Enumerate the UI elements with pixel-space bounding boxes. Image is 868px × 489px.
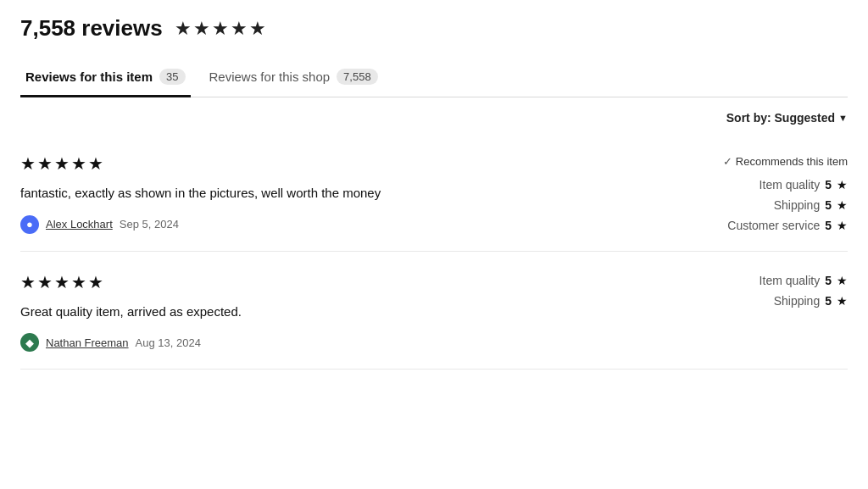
rating-shipping-1: Shipping 5 ★ bbox=[774, 198, 848, 212]
review-star-1-4: ★ bbox=[71, 153, 86, 174]
review-star-2-3: ★ bbox=[54, 272, 70, 292]
reviews-list: ★ ★ ★ ★ ★ fantastic, exactly as shown in… bbox=[20, 133, 848, 370]
rating-item-quality-1: Item quality 5 ★ bbox=[760, 178, 848, 192]
rating-value-shipping-1: 5 bbox=[825, 198, 832, 212]
rating-value-customer-service-1: 5 bbox=[825, 219, 832, 232]
tab-shop-reviews[interactable]: Reviews for this shop 7,558 bbox=[204, 60, 383, 97]
recommends-label-1: ✓ Recommends this item bbox=[723, 155, 848, 168]
rating-star-item-quality-2: ★ bbox=[837, 274, 848, 287]
sort-row: Sort by: Suggested ▼ bbox=[20, 97, 848, 133]
rating-star-shipping-1: ★ bbox=[837, 198, 848, 212]
user-icon-2: ◆ bbox=[25, 336, 34, 349]
rating-value-item-quality-1: 5 bbox=[825, 178, 832, 192]
header-row: 7,558 reviews ★ ★ ★ ★ ★ bbox=[20, 15, 848, 42]
review-text-2: Great quality item, arrived as expected. bbox=[20, 303, 593, 322]
rating-label-item-quality-2: Item quality bbox=[760, 274, 821, 287]
rating-star-customer-service-1: ★ bbox=[837, 219, 848, 232]
rating-label-shipping-1: Shipping bbox=[774, 198, 821, 212]
header-star-4: ★ bbox=[231, 18, 248, 40]
tab-item-reviews[interactable]: Reviews for this item 35 bbox=[20, 60, 191, 97]
page-container: 7,558 reviews ★ ★ ★ ★ ★ Reviews for this… bbox=[0, 0, 868, 390]
recommends-text-1: Recommends this item bbox=[736, 155, 848, 168]
rating-label-customer-service-1: Customer service bbox=[727, 219, 820, 232]
rating-value-item-quality-2: 5 bbox=[825, 274, 832, 287]
rating-item-quality-2: Item quality 5 ★ bbox=[760, 274, 848, 287]
review-star-2-2: ★ bbox=[37, 272, 53, 292]
review-left-2: ★ ★ ★ ★ ★ Great quality item, arrived as… bbox=[20, 272, 593, 353]
review-star-1-2: ★ bbox=[37, 153, 53, 174]
reviewer-row-2: ◆ Nathan Freeman Aug 13, 2024 bbox=[20, 333, 593, 352]
page-title: 7,558 reviews bbox=[20, 15, 163, 42]
table-row: ★ ★ ★ ★ ★ fantastic, exactly as shown in… bbox=[20, 133, 848, 252]
check-icon-1: ✓ bbox=[723, 155, 732, 168]
review-star-1-1: ★ bbox=[20, 153, 36, 174]
rating-value-shipping-2: 5 bbox=[825, 294, 832, 308]
review-date-2: Aug 13, 2024 bbox=[136, 336, 201, 349]
review-star-1-5: ★ bbox=[88, 153, 103, 174]
avatar-2: ◆ bbox=[20, 333, 39, 352]
rating-label-shipping-2: Shipping bbox=[774, 294, 821, 308]
tab-shop-reviews-badge: 7,558 bbox=[337, 69, 378, 85]
user-icon-1: ● bbox=[26, 218, 33, 231]
table-row: ★ ★ ★ ★ ★ Great quality item, arrived as… bbox=[20, 252, 848, 370]
review-star-1-3: ★ bbox=[54, 153, 70, 174]
review-left-1: ★ ★ ★ ★ ★ fantastic, exactly as shown in… bbox=[20, 153, 593, 234]
rating-shipping-2: Shipping 5 ★ bbox=[774, 294, 848, 308]
chevron-down-icon: ▼ bbox=[838, 113, 848, 123]
avatar-1: ● bbox=[20, 215, 39, 234]
header-star-1: ★ bbox=[175, 18, 192, 40]
tabs-row: Reviews for this item 35 Reviews for thi… bbox=[20, 60, 848, 97]
tab-item-reviews-label: Reviews for this item bbox=[25, 69, 153, 84]
tab-item-reviews-badge: 35 bbox=[159, 69, 185, 85]
review-text-1: fantastic, exactly as shown in the pictu… bbox=[20, 184, 593, 203]
rating-customer-service-1: Customer service 5 ★ bbox=[727, 219, 848, 232]
review-star-2-4: ★ bbox=[71, 272, 86, 292]
review-star-2-1: ★ bbox=[20, 272, 36, 292]
tab-shop-reviews-label: Reviews for this shop bbox=[209, 69, 331, 84]
header-star-2: ★ bbox=[193, 18, 210, 40]
review-date-1: Sep 5, 2024 bbox=[120, 218, 179, 231]
rating-label-item-quality-1: Item quality bbox=[760, 178, 821, 192]
review-right-1: ✓ Recommends this item Item quality 5 ★ … bbox=[610, 153, 848, 234]
reviewer-name-1[interactable]: Alex Lockhart bbox=[46, 218, 113, 231]
sort-label: Sort by: Suggested bbox=[726, 111, 835, 125]
sort-button[interactable]: Sort by: Suggested ▼ bbox=[726, 111, 848, 125]
review-right-2: Item quality 5 ★ Shipping 5 ★ bbox=[610, 272, 848, 353]
header-stars: ★ ★ ★ ★ ★ bbox=[175, 18, 266, 40]
review-stars-2: ★ ★ ★ ★ ★ bbox=[20, 272, 593, 292]
review-star-2-5: ★ bbox=[88, 272, 103, 292]
rating-star-item-quality-1: ★ bbox=[837, 178, 848, 192]
header-star-3: ★ bbox=[212, 18, 229, 40]
header-star-5: ★ bbox=[249, 18, 266, 40]
reviewer-row-1: ● Alex Lockhart Sep 5, 2024 bbox=[20, 215, 593, 234]
review-stars-1: ★ ★ ★ ★ ★ bbox=[20, 153, 593, 174]
rating-star-shipping-2: ★ bbox=[837, 294, 848, 308]
reviewer-name-2[interactable]: Nathan Freeman bbox=[46, 336, 129, 349]
